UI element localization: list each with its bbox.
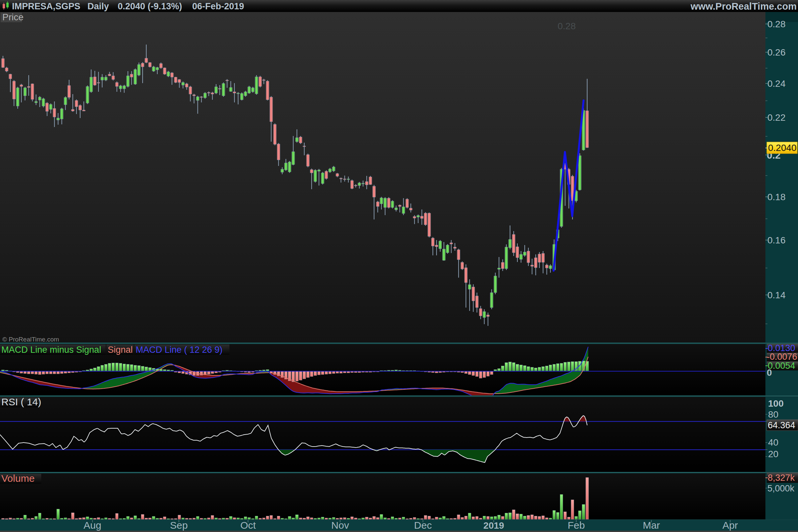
svg-text:0.2040 (-9.13%): 0.2040 (-9.13%): [118, 1, 182, 11]
svg-text:0.16: 0.16: [767, 235, 786, 245]
svg-text:-0.0076: -0.0076: [767, 352, 797, 362]
svg-text:0: 0: [767, 367, 772, 378]
svg-text:www.ProRealTime.com: www.ProRealTime.com: [690, 1, 797, 12]
svg-text:80: 80: [768, 409, 778, 420]
svg-text:5,000k: 5,000k: [767, 483, 795, 493]
svg-text:0.26: 0.26: [767, 47, 786, 58]
svg-text:0.28: 0.28: [767, 19, 786, 29]
svg-text:© ProRealTime.com: © ProRealTime.com: [2, 336, 59, 343]
svg-text:0.14: 0.14: [767, 290, 786, 300]
svg-text:100: 100: [768, 398, 784, 408]
svg-text:IMPRESA,SGPS: IMPRESA,SGPS: [12, 1, 80, 11]
svg-text:0.24: 0.24: [767, 78, 786, 89]
svg-text:06-Feb-2019: 06-Feb-2019: [192, 1, 244, 11]
svg-text:20: 20: [768, 449, 778, 459]
svg-text:Daily: Daily: [88, 1, 109, 11]
svg-text:0.2040: 0.2040: [768, 142, 797, 153]
svg-text:40: 40: [768, 437, 778, 448]
svg-text:0.22: 0.22: [767, 112, 786, 123]
svg-text:MACD Line ( 12 26 9): MACD Line ( 12 26 9): [136, 345, 223, 355]
svg-text:64.364: 64.364: [768, 420, 795, 430]
svg-text:Volume: Volume: [1, 473, 35, 484]
svg-text:0.18: 0.18: [767, 192, 786, 202]
svg-text:Price: Price: [2, 12, 24, 22]
svg-text:Signal: Signal: [108, 345, 133, 355]
svg-text:0.28: 0.28: [557, 21, 576, 31]
svg-text:8,327k: 8,327k: [768, 473, 795, 483]
svg-text:RSI ( 14): RSI ( 14): [1, 396, 41, 407]
svg-text:MACD Line minus Signal: MACD Line minus Signal: [1, 345, 101, 355]
